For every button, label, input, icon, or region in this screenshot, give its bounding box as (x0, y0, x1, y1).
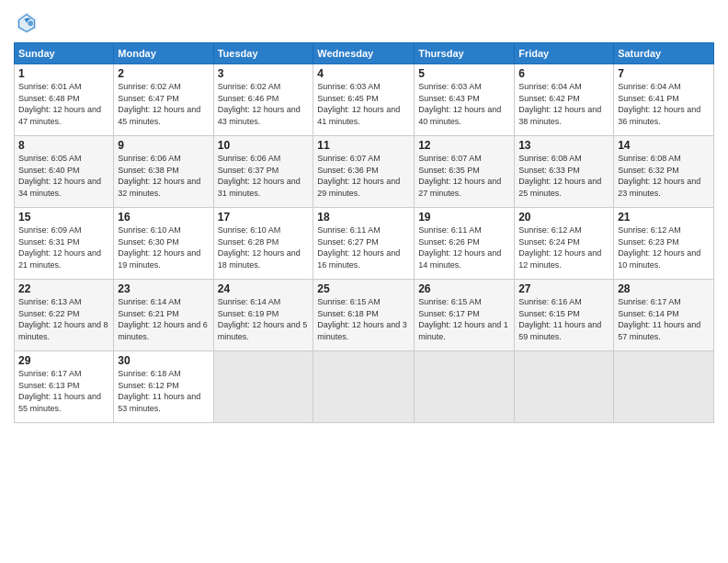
day-number: 2 (118, 67, 209, 80)
day-number: 23 (118, 282, 209, 295)
logo (14, 9, 43, 35)
day-detail: Sunrise: 6:17 AMSunset: 6:13 PMDaylight:… (18, 368, 109, 414)
header-row: SundayMondayTuesdayWednesdayThursdayFrid… (15, 43, 714, 64)
page: SundayMondayTuesdayWednesdayThursdayFrid… (0, 0, 728, 563)
day-header-wednesday: Wednesday (313, 43, 415, 64)
day-number: 12 (418, 139, 510, 152)
calendar-cell: 23Sunrise: 6:14 AMSunset: 6:21 PMDayligh… (114, 280, 213, 351)
day-number: 25 (317, 282, 410, 295)
week-row-2: 8Sunrise: 6:05 AMSunset: 6:40 PMDaylight… (15, 136, 714, 208)
calendar-cell: 2Sunrise: 6:02 AMSunset: 6:47 PMDaylight… (114, 64, 213, 136)
day-detail: Sunrise: 6:15 AMSunset: 6:17 PMDaylight:… (418, 296, 510, 342)
calendar-cell: 20Sunrise: 6:12 AMSunset: 6:24 PMDayligh… (515, 208, 614, 280)
day-detail: Sunrise: 6:11 AMSunset: 6:26 PMDaylight:… (418, 224, 510, 270)
calendar-cell: 24Sunrise: 6:14 AMSunset: 6:19 PMDayligh… (213, 280, 313, 351)
calendar-cell: 27Sunrise: 6:16 AMSunset: 6:15 PMDayligh… (515, 280, 614, 351)
day-number: 3 (218, 67, 310, 80)
header (14, 9, 714, 35)
day-number: 30 (118, 354, 209, 367)
day-number: 11 (317, 139, 410, 152)
logo-icon (14, 9, 40, 35)
day-detail: Sunrise: 6:03 AMSunset: 6:43 PMDaylight:… (418, 81, 510, 127)
day-number: 26 (418, 282, 510, 295)
day-header-thursday: Thursday (415, 43, 515, 64)
day-number: 5 (418, 67, 510, 80)
day-number: 17 (218, 211, 310, 224)
calendar-cell: 26Sunrise: 6:15 AMSunset: 6:17 PMDayligh… (415, 280, 515, 351)
day-header-friday: Friday (515, 43, 614, 64)
calendar-cell: 30Sunrise: 6:18 AMSunset: 6:12 PMDayligh… (114, 351, 213, 423)
day-number: 22 (18, 282, 109, 295)
calendar-cell: 3Sunrise: 6:02 AMSunset: 6:46 PMDaylight… (213, 64, 313, 136)
week-row-4: 22Sunrise: 6:13 AMSunset: 6:22 PMDayligh… (15, 280, 714, 351)
calendar-cell (213, 351, 313, 423)
day-detail: Sunrise: 6:15 AMSunset: 6:18 PMDaylight:… (317, 296, 410, 342)
day-detail: Sunrise: 6:07 AMSunset: 6:36 PMDaylight:… (317, 153, 410, 199)
day-detail: Sunrise: 6:16 AMSunset: 6:15 PMDaylight:… (518, 296, 609, 342)
calendar-cell: 9Sunrise: 6:06 AMSunset: 6:38 PMDaylight… (114, 136, 213, 208)
day-number: 18 (317, 211, 410, 224)
calendar-cell: 17Sunrise: 6:10 AMSunset: 6:28 PMDayligh… (213, 208, 313, 280)
day-detail: Sunrise: 6:18 AMSunset: 6:12 PMDaylight:… (118, 368, 209, 414)
calendar-cell: 16Sunrise: 6:10 AMSunset: 6:30 PMDayligh… (114, 208, 213, 280)
day-header-tuesday: Tuesday (213, 43, 313, 64)
calendar-cell (415, 351, 515, 423)
week-row-3: 15Sunrise: 6:09 AMSunset: 6:31 PMDayligh… (15, 208, 714, 280)
day-header-sunday: Sunday (15, 43, 114, 64)
calendar-cell (614, 351, 714, 423)
day-detail: Sunrise: 6:01 AMSunset: 6:48 PMDaylight:… (18, 81, 109, 127)
calendar-cell: 10Sunrise: 6:06 AMSunset: 6:37 PMDayligh… (213, 136, 313, 208)
day-detail: Sunrise: 6:11 AMSunset: 6:27 PMDaylight:… (317, 224, 410, 270)
day-number: 28 (618, 282, 710, 295)
calendar-cell (515, 351, 614, 423)
day-detail: Sunrise: 6:14 AMSunset: 6:19 PMDaylight:… (218, 296, 310, 342)
day-number: 9 (118, 139, 209, 152)
day-number: 29 (18, 354, 109, 367)
day-number: 15 (18, 211, 109, 224)
calendar-cell: 25Sunrise: 6:15 AMSunset: 6:18 PMDayligh… (313, 280, 415, 351)
calendar-cell: 8Sunrise: 6:05 AMSunset: 6:40 PMDaylight… (15, 136, 114, 208)
calendar-cell: 11Sunrise: 6:07 AMSunset: 6:36 PMDayligh… (313, 136, 415, 208)
calendar-cell: 15Sunrise: 6:09 AMSunset: 6:31 PMDayligh… (15, 208, 114, 280)
day-detail: Sunrise: 6:07 AMSunset: 6:35 PMDaylight:… (418, 153, 510, 199)
day-detail: Sunrise: 6:08 AMSunset: 6:32 PMDaylight:… (618, 153, 710, 199)
day-detail: Sunrise: 6:04 AMSunset: 6:41 PMDaylight:… (618, 81, 710, 127)
calendar-table: SundayMondayTuesdayWednesdayThursdayFrid… (14, 42, 714, 423)
day-number: 20 (518, 211, 609, 224)
day-detail: Sunrise: 6:10 AMSunset: 6:28 PMDaylight:… (218, 224, 310, 270)
calendar-cell: 12Sunrise: 6:07 AMSunset: 6:35 PMDayligh… (415, 136, 515, 208)
calendar-cell: 4Sunrise: 6:03 AMSunset: 6:45 PMDaylight… (313, 64, 415, 136)
calendar-cell: 1Sunrise: 6:01 AMSunset: 6:48 PMDaylight… (15, 64, 114, 136)
day-detail: Sunrise: 6:08 AMSunset: 6:33 PMDaylight:… (518, 153, 609, 199)
calendar-cell: 22Sunrise: 6:13 AMSunset: 6:22 PMDayligh… (15, 280, 114, 351)
calendar-cell: 19Sunrise: 6:11 AMSunset: 6:26 PMDayligh… (415, 208, 515, 280)
day-number: 14 (618, 139, 710, 152)
calendar-cell (313, 351, 415, 423)
calendar-cell: 18Sunrise: 6:11 AMSunset: 6:27 PMDayligh… (313, 208, 415, 280)
day-detail: Sunrise: 6:02 AMSunset: 6:47 PMDaylight:… (118, 81, 209, 127)
day-number: 19 (418, 211, 510, 224)
day-detail: Sunrise: 6:02 AMSunset: 6:46 PMDaylight:… (218, 81, 310, 127)
calendar-cell: 28Sunrise: 6:17 AMSunset: 6:14 PMDayligh… (614, 280, 714, 351)
day-number: 10 (218, 139, 310, 152)
day-detail: Sunrise: 6:17 AMSunset: 6:14 PMDaylight:… (618, 296, 710, 342)
day-detail: Sunrise: 6:04 AMSunset: 6:42 PMDaylight:… (518, 81, 609, 127)
day-number: 4 (317, 67, 410, 80)
day-number: 7 (618, 67, 710, 80)
day-detail: Sunrise: 6:09 AMSunset: 6:31 PMDaylight:… (18, 224, 109, 270)
day-number: 27 (518, 282, 609, 295)
day-detail: Sunrise: 6:06 AMSunset: 6:38 PMDaylight:… (118, 153, 209, 199)
day-detail: Sunrise: 6:13 AMSunset: 6:22 PMDaylight:… (18, 296, 109, 342)
calendar-cell: 29Sunrise: 6:17 AMSunset: 6:13 PMDayligh… (15, 351, 114, 423)
day-number: 16 (118, 211, 209, 224)
day-detail: Sunrise: 6:10 AMSunset: 6:30 PMDaylight:… (118, 224, 209, 270)
calendar-cell: 7Sunrise: 6:04 AMSunset: 6:41 PMDaylight… (614, 64, 714, 136)
day-detail: Sunrise: 6:06 AMSunset: 6:37 PMDaylight:… (218, 153, 310, 199)
day-number: 13 (518, 139, 609, 152)
day-number: 6 (518, 67, 609, 80)
day-number: 24 (218, 282, 310, 295)
day-detail: Sunrise: 6:14 AMSunset: 6:21 PMDaylight:… (118, 296, 209, 342)
week-row-5: 29Sunrise: 6:17 AMSunset: 6:13 PMDayligh… (15, 351, 714, 423)
calendar-cell: 13Sunrise: 6:08 AMSunset: 6:33 PMDayligh… (515, 136, 614, 208)
week-row-1: 1Sunrise: 6:01 AMSunset: 6:48 PMDaylight… (15, 64, 714, 136)
